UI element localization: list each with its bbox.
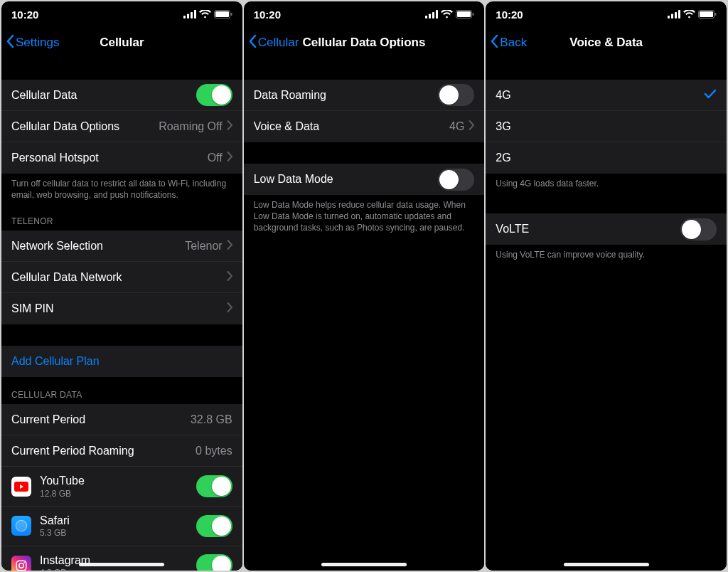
opt-4g[interactable]: 4G — [486, 80, 727, 111]
content-scroll[interactable]: Cellular DataCellular Data OptionsRoamin… — [1, 58, 242, 571]
section-footer: Using VoLTE can improve voice quality. — [486, 245, 727, 263]
cell-value: 0 bytes — [196, 445, 232, 457]
cell-text: Instagram4.3 GB — [40, 549, 196, 571]
cellular-data-options[interactable]: Cellular Data OptionsRoaming Off — [1, 111, 242, 142]
svg-rect-21 — [675, 12, 677, 18]
data-roaming: Data Roaming — [244, 80, 485, 111]
cell-label: Data Roaming — [254, 89, 439, 102]
status-time: 10:20 — [254, 9, 281, 21]
cell-value: 32.8 GB — [191, 413, 232, 426]
nav-back-label: Settings — [16, 36, 59, 50]
nav-back-button[interactable]: Back — [490, 27, 527, 58]
nav-title: Cellular Data Options — [303, 36, 426, 50]
app-safari-toggle[interactable] — [196, 515, 232, 537]
cellular-data-network[interactable]: Cellular Data Network — [1, 262, 242, 293]
wifi-icon — [441, 10, 453, 18]
cell-label: SIM PIN — [11, 302, 227, 315]
current-period: Current Period32.8 GB — [1, 404, 242, 435]
status-time: 10:20 — [496, 9, 523, 21]
app-youtube-toggle[interactable] — [196, 475, 232, 497]
app-youtube: YouTube12.8 GB — [1, 467, 242, 507]
cell-label: 4G — [496, 89, 704, 102]
nav-back-button[interactable]: Cellular — [248, 27, 299, 58]
nav-back-label: Cellular — [258, 36, 299, 50]
svg-rect-14 — [432, 12, 434, 18]
cell-label: Cellular Data Options — [11, 120, 159, 133]
cell-sublabel: 12.8 GB — [40, 489, 196, 499]
screen-voice-and-data: 10:20 Back Voice & Data 4G3G2GUsing 4G l… — [486, 1, 727, 571]
chevron-right-icon — [227, 240, 232, 253]
status-time: 10:20 — [11, 9, 38, 21]
table-group: Current Period32.8 GBCurrent Period Roam… — [1, 404, 242, 571]
add-cellular-plan[interactable]: Add Cellular Plan — [1, 346, 242, 377]
svg-rect-25 — [715, 13, 717, 16]
chevron-right-icon — [227, 302, 232, 315]
youtube-icon — [11, 477, 31, 497]
current-period-roaming: Current Period Roaming0 bytes — [1, 435, 242, 467]
battery-icon — [456, 10, 474, 18]
svg-rect-22 — [678, 10, 680, 18]
cell-label: Network Selection — [11, 240, 185, 253]
battery-icon — [698, 10, 717, 18]
content-scroll[interactable]: Data RoamingVoice & Data4GLow Data ModeL… — [244, 58, 485, 571]
status-bar: 10:20 — [244, 1, 485, 27]
table-group: Data RoamingVoice & Data4G — [244, 80, 485, 142]
app-safari: Safari5.3 GB — [1, 507, 242, 546]
opt-3g[interactable]: 3G — [486, 111, 727, 142]
app-instagram-toggle[interactable] — [196, 554, 232, 571]
volte-toggle[interactable] — [680, 218, 717, 240]
table-group: 4G3G2G — [486, 80, 727, 174]
cell-label: 3G — [496, 120, 717, 133]
low-data-mode-toggle[interactable] — [438, 169, 474, 191]
svg-rect-6 — [230, 13, 232, 16]
cell-sublabel: 5.3 GB — [40, 528, 196, 538]
cell-label: 2G — [496, 152, 717, 164]
checkmark-icon — [704, 89, 717, 102]
nav-back-button[interactable]: Settings — [6, 27, 59, 58]
chevron-right-icon — [227, 120, 232, 133]
svg-rect-2 — [191, 12, 193, 18]
cell-label: Cellular Data Network — [11, 271, 227, 284]
cell-label: Current Period Roaming — [11, 445, 196, 457]
svg-rect-1 — [187, 14, 189, 19]
cellular-signal-icon — [668, 10, 680, 18]
battery-icon — [214, 10, 232, 18]
svg-rect-20 — [671, 14, 673, 19]
table-group: VoLTE — [486, 213, 727, 245]
cellular-signal-icon — [183, 10, 196, 18]
section-footer: Low Data Mode helps reduce cellular data… — [244, 195, 485, 237]
chevron-right-icon — [227, 152, 232, 164]
sim-pin[interactable]: SIM PIN — [1, 293, 242, 324]
nav-bar: Settings Cellular — [1, 27, 242, 58]
opt-2g[interactable]: 2G — [486, 142, 727, 174]
chevron-right-icon — [227, 271, 232, 284]
cell-value: 4G — [449, 120, 464, 133]
svg-rect-18 — [473, 13, 474, 16]
table-group: Low Data Mode — [244, 164, 485, 195]
nav-bar: Back Voice & Data — [486, 27, 727, 58]
low-data-mode: Low Data Mode — [244, 164, 485, 195]
network-selection[interactable]: Network SelectionTelenor — [1, 231, 242, 262]
instagram-icon — [11, 556, 31, 571]
cell-value: Roaming Off — [159, 120, 223, 133]
chevron-left-icon — [248, 34, 258, 52]
cell-text: Safari5.3 GB — [40, 509, 196, 543]
cell-label: Low Data Mode — [254, 173, 439, 186]
personal-hotspot[interactable]: Personal HotspotOff — [1, 142, 242, 174]
cell-value: Telenor — [185, 240, 222, 253]
nav-back-label: Back — [500, 36, 527, 50]
home-indicator[interactable] — [79, 563, 164, 566]
home-indicator[interactable] — [564, 563, 649, 566]
cell-text: YouTube12.8 GB — [40, 470, 196, 503]
svg-rect-5 — [215, 11, 229, 17]
cell-label: Cellular Data — [11, 89, 196, 102]
svg-point-10 — [19, 563, 23, 568]
voice-and-data[interactable]: Voice & Data4G — [244, 111, 485, 142]
wifi-icon — [683, 10, 695, 18]
svg-rect-0 — [183, 16, 186, 18]
svg-rect-15 — [436, 10, 438, 18]
cellular-data-toggle[interactable] — [196, 84, 232, 106]
content-scroll[interactable]: 4G3G2GUsing 4G loads data faster.VoLTEUs… — [486, 58, 727, 571]
data-roaming-toggle[interactable] — [438, 84, 474, 106]
home-indicator[interactable] — [321, 563, 407, 566]
